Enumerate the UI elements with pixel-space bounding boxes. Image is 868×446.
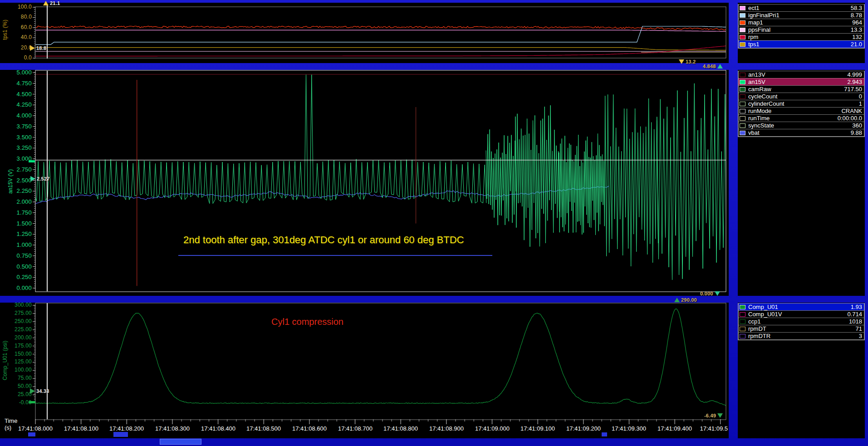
- crank-annotation-text: 2nd tooth after gap, 301deg ATDC cyl1 or…: [183, 234, 464, 246]
- channel-color-swatch: [740, 13, 745, 18]
- channel-value: 4.999: [847, 71, 862, 78]
- legend-row-ect1[interactable]: ect158.3: [738, 4, 864, 12]
- channel-color-swatch: [740, 20, 745, 25]
- channel-value: 717.50: [844, 86, 862, 93]
- series-Comp_U01: [35, 309, 726, 406]
- legend-row-cylinderCount[interactable]: cylinderCount1: [738, 100, 864, 108]
- timeline-flag[interactable]: [602, 432, 607, 436]
- channel-name: Comp_U01V: [748, 311, 782, 318]
- channel-name: vbat: [748, 129, 760, 136]
- channel-color-swatch: [740, 73, 745, 77]
- channel-value: 3: [859, 333, 862, 339]
- value-marker: 4.848: [703, 64, 723, 69]
- channel-name: tps1: [748, 41, 760, 48]
- compression-annotation-text: Cyl1 compression: [271, 317, 343, 327]
- channel-color-swatch: [740, 116, 745, 121]
- legend-row-ccp1[interactable]: ccp11018: [738, 318, 864, 325]
- legend-row-ignFinalPri1[interactable]: ignFinalPri18.78: [738, 11, 864, 19]
- y-axis-label-an15v: an15V (V): [7, 169, 14, 194]
- channel-color-swatch: [740, 102, 745, 106]
- series-ignFinalPri1: [35, 26, 726, 44]
- channel-color-swatch: [740, 312, 745, 317]
- time-cursor[interactable]: [47, 71, 48, 291]
- y-axis-label-tps1: tps1 (%): [2, 20, 8, 40]
- series-ect1: [35, 30, 726, 31]
- legend-row-Comp_U01[interactable]: Comp_U011.93: [738, 303, 864, 311]
- channel-name: an15V: [748, 78, 765, 85]
- channel-color-swatch: [740, 319, 745, 324]
- channel-value: 8.78: [851, 12, 862, 19]
- legend-row-cycleCount[interactable]: cycleCount0: [738, 93, 864, 100]
- channel-value: 21.0: [851, 41, 862, 48]
- timeline-flag[interactable]: [28, 432, 35, 436]
- channel-value: 0:00:00.0: [838, 115, 862, 122]
- channel-value: 1: [859, 100, 862, 107]
- series-an15V-cranking: [486, 83, 726, 280]
- channel-value: 71: [856, 325, 862, 332]
- marker-up-icon: [717, 64, 723, 69]
- channel-name: cycleCount: [748, 93, 777, 100]
- channel-color-swatch: [740, 80, 745, 84]
- legend-row-syncState[interactable]: syncState360: [738, 122, 864, 129]
- series-tps1: [35, 48, 726, 50]
- legend-row-an15V[interactable]: an15V2.943: [738, 78, 864, 86]
- channel-name: map1: [748, 19, 763, 26]
- time-cursor[interactable]: [47, 5, 48, 59]
- channel-value: 964: [852, 19, 862, 26]
- legend-row-rpmDT[interactable]: rpmDT71: [738, 325, 864, 333]
- legend-row-runMode[interactable]: runModeCRANK: [738, 107, 864, 115]
- channel-name: syncState: [748, 122, 774, 129]
- time-axis-unit-label: Time (s): [5, 417, 17, 431]
- series-an15V-teeth: [35, 75, 486, 204]
- channel-value: 58.3: [851, 5, 862, 11]
- channel-color-swatch: [740, 35, 745, 39]
- megalogviewer-window: tps1 (%) an15V (V) Comp_U01 (psi) 2nd to…: [0, 0, 868, 446]
- timeline-flag[interactable]: [113, 432, 128, 437]
- channel-value: 1.93: [851, 304, 862, 310]
- legend-row-rpm[interactable]: rpm132: [738, 33, 864, 41]
- channel-value: 360: [852, 122, 862, 129]
- channel-name: rpmDT: [748, 325, 766, 332]
- value-marker: 290.00: [674, 297, 697, 303]
- channel-color-swatch: [740, 123, 745, 128]
- legend-row-ppsFinal[interactable]: ppsFinal13.3: [738, 26, 864, 34]
- tps-overview-plot[interactable]: [32, 6, 726, 59]
- channel-name: runTime: [748, 115, 770, 122]
- legend-group-compression: Comp_U011.93Comp_U01V0.714ccp11018rpmDT7…: [738, 303, 865, 340]
- legend-row-tps1[interactable]: tps121.0: [738, 40, 864, 48]
- legend-group-sensors: an13V4.999an15V2.943camRaw717.50cycleCou…: [738, 71, 865, 137]
- legend-row-map1[interactable]: map1964: [738, 19, 864, 26]
- channel-value: 13.3: [851, 26, 862, 33]
- time-axis-ticks: [32, 419, 726, 425]
- channel-value: CRANK: [841, 108, 862, 114]
- legend-row-Comp_U01V[interactable]: Comp_U01V0.714: [738, 310, 864, 318]
- channel-color-swatch: [740, 327, 745, 331]
- legend-row-runTime[interactable]: runTime0:00:00.0: [738, 114, 864, 122]
- channel-color-swatch: [740, 28, 745, 32]
- channel-name: ignFinalPri1: [748, 12, 780, 19]
- time-cursor[interactable]: [47, 303, 48, 419]
- legend-row-rpmDTR[interactable]: rpmDTR3: [738, 332, 864, 340]
- channel-color-swatch: [740, 305, 745, 309]
- channel-value: 0.714: [847, 311, 862, 318]
- channel-color-swatch: [740, 87, 745, 92]
- legend-row-an13V[interactable]: an13V4.999: [738, 71, 864, 78]
- channel-color-swatch: [740, 6, 745, 10]
- channel-value: 0: [859, 93, 862, 100]
- an15v-crank-plot[interactable]: [32, 70, 726, 294]
- channel-name: camRaw: [748, 86, 771, 93]
- channel-value: 9.88: [851, 129, 862, 136]
- legend-group-overview: ect158.3ignFinalPri18.78map1964ppsFinal1…: [738, 4, 865, 49]
- marker-up-icon: [674, 298, 680, 302]
- channel-name: rpm: [748, 34, 758, 40]
- channel-name: rpmDTR: [748, 333, 770, 339]
- legend-row-vbat[interactable]: vbat9.88: [738, 129, 864, 137]
- channel-name: ect1: [748, 5, 760, 11]
- legend-row-camRaw[interactable]: camRaw717.50: [738, 85, 864, 93]
- compression-plot[interactable]: [32, 303, 726, 420]
- channel-name: Comp_U01: [748, 304, 778, 310]
- channel-name: ppsFinal: [748, 26, 770, 33]
- channel-name: cylinderCount: [748, 100, 785, 107]
- channel-name: runMode: [748, 108, 771, 114]
- horizontal-scrollbar-thumb[interactable]: [160, 439, 201, 445]
